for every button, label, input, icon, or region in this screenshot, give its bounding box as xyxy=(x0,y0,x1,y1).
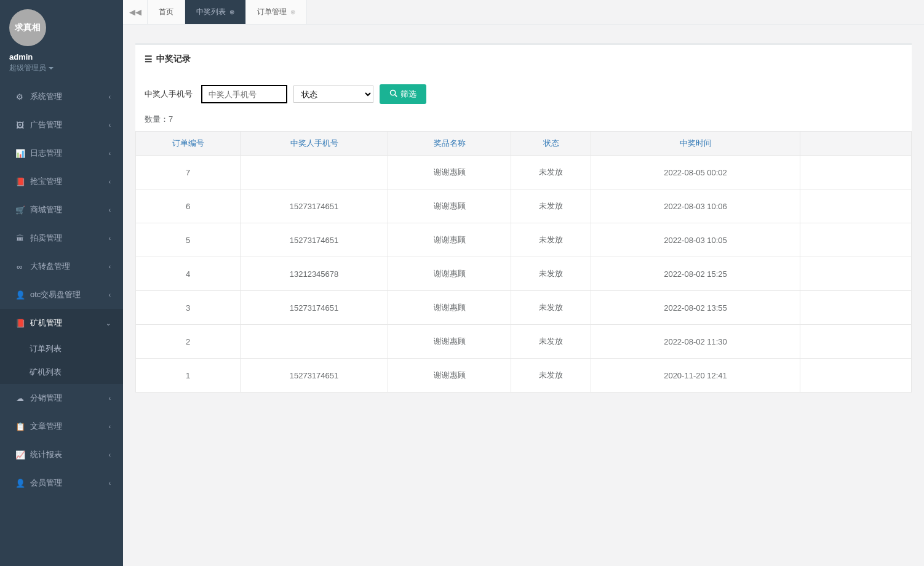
cell-actions xyxy=(800,257,912,291)
cell-actions xyxy=(800,291,912,325)
cell-prize: 谢谢惠顾 xyxy=(388,325,511,359)
nav-icon: ∞ xyxy=(15,262,24,271)
nav-icon: 🖼 xyxy=(15,121,24,130)
sidebar-item-11[interactable]: 📈 统计报表 ‹ xyxy=(0,440,123,469)
sidebar-item-8[interactable]: 📕 矿机管理 ⌄ xyxy=(0,309,123,337)
phone-input[interactable] xyxy=(201,85,287,103)
sidebar-item-12[interactable]: 👤 会员管理 ‹ xyxy=(0,469,123,497)
nav-icon: 📕 xyxy=(15,177,24,186)
filter-row: 中奖人手机号 状态 筛选 xyxy=(135,73,912,110)
role-label: 超级管理员 xyxy=(9,63,46,73)
username: admin xyxy=(9,52,114,62)
cell-id: 5 xyxy=(136,223,241,257)
svg-line-1 xyxy=(395,95,397,97)
count-value: 7 xyxy=(169,114,173,124)
sidebar-item-7[interactable]: 👤 otc交易盘管理 ‹ xyxy=(0,281,123,309)
cell-time: 2022-08-02 15:25 xyxy=(591,257,800,291)
chevron-left-icon: ‹ xyxy=(109,395,111,402)
cell-prize: 谢谢惠顾 xyxy=(388,156,511,189)
table-row: 315273174651谢谢惠顾未发放2022-08-02 13:55 xyxy=(136,291,912,325)
cell-actions xyxy=(800,325,912,359)
cell-time: 2022-08-03 10:05 xyxy=(591,223,800,257)
cell-status: 未发放 xyxy=(511,156,591,189)
nav-icon: 📋 xyxy=(15,422,24,431)
cell-status: 未发放 xyxy=(511,189,591,223)
cell-time: 2022-08-03 10:06 xyxy=(591,189,800,223)
cell-phone: 15273174651 xyxy=(241,291,388,325)
table-header-0[interactable]: 订单编号 xyxy=(136,132,241,156)
panel-header: ☰ 中奖记录 xyxy=(135,45,912,73)
tab-2[interactable]: 订单管理⊗ xyxy=(246,0,307,24)
nav-icon: 📊 xyxy=(15,149,24,158)
search-icon xyxy=(389,89,397,99)
cell-id: 4 xyxy=(136,257,241,291)
tab-1[interactable]: 中奖列表⊗ xyxy=(185,0,246,24)
avatar-text: 求真相 xyxy=(15,22,41,33)
sidebar-item-2[interactable]: 📊 日志管理 ‹ xyxy=(0,139,123,167)
table-header-2[interactable]: 奖品名称 xyxy=(388,132,511,156)
sidebar-item-10[interactable]: 📋 文章管理 ‹ xyxy=(0,412,123,440)
sidebar-item-4[interactable]: 🛒 商城管理 ‹ xyxy=(0,196,123,224)
caret-down-icon xyxy=(49,67,54,70)
phone-filter-label: 中奖人手机号 xyxy=(145,89,193,100)
cell-status: 未发放 xyxy=(511,223,591,257)
cell-prize: 谢谢惠顾 xyxy=(388,359,511,393)
main: ◀◀ 首页中奖列表⊗订单管理⊗ ☰ 中奖记录 中奖人手机号 状态 xyxy=(123,0,924,566)
tab-label: 中奖列表 xyxy=(196,7,226,17)
nav-icon: 🛒 xyxy=(15,205,24,215)
sub-nav-item-1[interactable]: 矿机列表 xyxy=(0,361,123,384)
panel: ☰ 中奖记录 中奖人手机号 状态 筛选 xyxy=(135,43,912,393)
chevron-left-icon: ‹ xyxy=(109,94,111,100)
close-icon[interactable]: ⊗ xyxy=(229,9,234,15)
sidebar-item-label: 抢宝管理 xyxy=(30,176,62,187)
table-header-1[interactable]: 中奖人手机号 xyxy=(241,132,388,156)
sidebar-item-1[interactable]: 🖼 广告管理 ‹ xyxy=(0,111,123,139)
cell-prize: 谢谢惠顾 xyxy=(388,291,511,325)
nav-icon: 📈 xyxy=(15,450,24,460)
sidebar-item-label: 拍卖管理 xyxy=(30,233,62,244)
tabs-bar: ◀◀ 首页中奖列表⊗订单管理⊗ xyxy=(123,0,924,25)
table-header-5[interactable] xyxy=(800,132,912,156)
sidebar-item-label: 大转盘管理 xyxy=(30,261,70,272)
sidebar-item-3[interactable]: 📕 抢宝管理 ‹ xyxy=(0,167,123,196)
nav-icon: ☁ xyxy=(15,394,24,403)
sidebar-item-label: 广告管理 xyxy=(30,119,62,130)
count-row: 数量：7 xyxy=(135,110,912,129)
cell-time: 2022-08-02 11:30 xyxy=(591,325,800,359)
sidebar-item-5[interactable]: 🏛 拍卖管理 ‹ xyxy=(0,224,123,252)
table-header-3[interactable]: 状态 xyxy=(511,132,591,156)
sidebar-item-label: 商城管理 xyxy=(30,204,62,215)
tab-label: 首页 xyxy=(159,7,173,17)
cell-status: 未发放 xyxy=(511,291,591,325)
table-row: 2谢谢惠顾未发放2022-08-02 11:30 xyxy=(136,325,912,359)
cell-actions xyxy=(800,223,912,257)
cell-phone xyxy=(241,156,388,189)
sidebar-item-6[interactable]: ∞ 大转盘管理 ‹ xyxy=(0,252,123,281)
sub-nav: 订单列表矿机列表 xyxy=(0,337,123,384)
sidebar-item-label: 分销管理 xyxy=(30,393,62,404)
cell-id: 3 xyxy=(136,291,241,325)
sidebar-item-label: 文章管理 xyxy=(30,421,62,432)
table-row: 7谢谢惠顾未发放2022-08-05 00:02 xyxy=(136,156,912,189)
cell-prize: 谢谢惠顾 xyxy=(388,223,511,257)
close-icon[interactable]: ⊗ xyxy=(290,9,295,15)
table-header-4[interactable]: 中奖时间 xyxy=(591,132,800,156)
sub-nav-item-0[interactable]: 订单列表 xyxy=(0,337,123,361)
sidebar-item-9[interactable]: ☁ 分销管理 ‹ xyxy=(0,384,123,412)
avatar: 求真相 xyxy=(9,9,46,46)
status-select[interactable]: 状态 xyxy=(293,86,373,103)
table-row: 515273174651谢谢惠顾未发放2022-08-03 10:05 xyxy=(136,223,912,257)
sidebar-item-0[interactable]: ⚙ 系统管理 ‹ xyxy=(0,82,123,111)
filter-button-label: 筛选 xyxy=(400,89,416,100)
role-dropdown[interactable]: 超级管理员 xyxy=(9,63,114,73)
tabs-scroll-left[interactable]: ◀◀ xyxy=(123,0,148,24)
cell-time: 2020-11-20 12:41 xyxy=(591,359,800,393)
chevron-left-icon: ‹ xyxy=(109,122,111,129)
tab-0[interactable]: 首页 xyxy=(148,0,185,24)
chevron-left-icon: ‹ xyxy=(109,292,111,298)
sidebar: 求真相 admin 超级管理员 ⚙ 系统管理 ‹ 🖼 广告管理 ‹ 📊 日志管理… xyxy=(0,0,123,566)
cell-id: 7 xyxy=(136,156,241,189)
filter-button[interactable]: 筛选 xyxy=(380,84,426,104)
sidebar-item-label: 统计报表 xyxy=(30,449,62,460)
table-row: 413212345678谢谢惠顾未发放2022-08-02 15:25 xyxy=(136,257,912,291)
